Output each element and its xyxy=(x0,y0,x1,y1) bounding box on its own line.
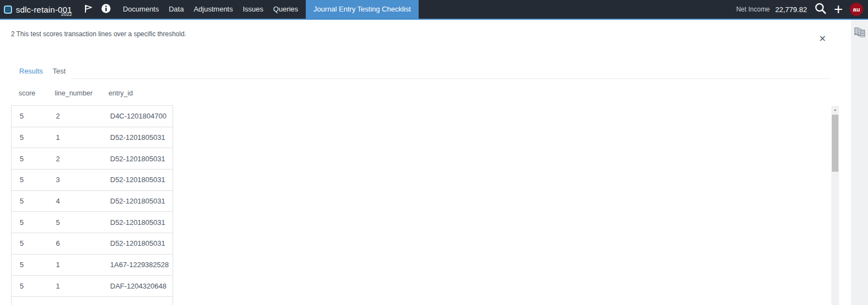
table-cell-line_number: 1 xyxy=(48,282,101,290)
table-cell-line_number: 2 xyxy=(48,112,101,120)
table-cell-entry_id: D52-1201805031 xyxy=(101,197,173,205)
table-cell-line_number: 1 xyxy=(48,261,101,269)
table-cell-entry_id: 1A67-1229382528 xyxy=(101,261,173,269)
table-cell-score: 5 xyxy=(12,112,48,120)
close-button[interactable]: ✕ xyxy=(817,33,828,44)
search-button[interactable] xyxy=(814,2,827,16)
engagement-year: 2022 xyxy=(61,12,72,17)
flag-button[interactable] xyxy=(84,4,94,15)
table-cell-score: 5 xyxy=(12,155,48,163)
nav-right-group: Net Income 22,779.82 + au xyxy=(736,2,868,16)
table-row[interactable]: 55D52-1201805031 xyxy=(12,212,173,233)
table-row[interactable]: 52D52-1201805031 xyxy=(12,148,173,170)
table-cell-score: 5 xyxy=(12,261,48,269)
flag-icon xyxy=(84,4,94,15)
table-cell-line_number: 6 xyxy=(48,239,101,247)
table-cell-line_number: 1 xyxy=(48,133,101,142)
add-button[interactable]: + xyxy=(834,3,843,15)
tab-results[interactable]: Results xyxy=(19,67,43,75)
nav-item-queries[interactable]: Queries xyxy=(269,0,304,19)
vertical-scrollbar[interactable]: ▲ xyxy=(831,106,839,305)
table-cell-line_number: 4 xyxy=(48,197,101,205)
info-icon xyxy=(101,3,111,15)
plus-icon: + xyxy=(834,3,843,15)
table-cell-line_number: 5 xyxy=(48,218,101,227)
table-cell-score: 5 xyxy=(12,282,48,290)
table-row[interactable]: 56D52-1201805031 xyxy=(12,233,173,255)
table-row[interactable]: 52D4C-1201804700 xyxy=(12,106,173,127)
table-cell-entry_id: DAF-1204320648 xyxy=(101,282,173,290)
net-income-value: 22,779.82 xyxy=(775,5,807,14)
table-row[interactable]: 54D52-1201805031 xyxy=(12,191,173,212)
table-cell-entry_id: D4C-1201804700 xyxy=(101,112,173,120)
tab-test[interactable]: Test xyxy=(53,67,66,75)
nav-item-documents[interactable]: Documents xyxy=(118,0,164,19)
scrollbar-up-button[interactable]: ▲ xyxy=(831,106,839,113)
table-cell-score: 5 xyxy=(12,197,48,205)
table-cell-score: 5 xyxy=(12,133,48,142)
tab-underline-divider xyxy=(71,78,831,79)
table-cell-entry_id: D52-1201805031 xyxy=(101,239,173,247)
top-nav: sdlc-retain-001 2022 Documents Data Adju… xyxy=(0,0,868,20)
search-icon xyxy=(814,2,827,16)
table-row[interactable]: 511A67-1229382528 xyxy=(12,255,173,276)
column-header-entry-id[interactable]: entry_id xyxy=(101,89,173,97)
nav-menu: Documents Data Adjustments Issues Querie… xyxy=(118,0,418,19)
table-row-partial[interactable] xyxy=(12,297,173,305)
column-header-line-number[interactable]: line_number xyxy=(47,89,101,97)
nav-item-data[interactable]: Data xyxy=(164,0,189,19)
results-table: score line_number entry_id 52D4C-1201804… xyxy=(11,89,173,305)
engagement-switcher[interactable]: sdlc-retain-001 2022 xyxy=(0,0,72,19)
nav-tab-journal-entry-testing-checklist[interactable]: Journal Entry Testing Checklist xyxy=(306,0,419,19)
scroll-up-icon: ▲ xyxy=(833,108,837,111)
table-row[interactable]: 53D52-1201805031 xyxy=(12,170,173,191)
table-cell-score: 5 xyxy=(12,239,48,247)
table-cell-score: 5 xyxy=(12,218,48,227)
right-rail xyxy=(851,20,868,305)
table-cell-entry_id: D52-1201805031 xyxy=(101,133,173,142)
table-row[interactable]: 51D52-1201805031 xyxy=(12,127,173,149)
table-cell-line_number: 2 xyxy=(48,155,101,163)
user-avatar[interactable]: au xyxy=(850,3,863,16)
app-logo-icon xyxy=(4,5,12,14)
info-button[interactable] xyxy=(101,3,111,15)
net-income-label: Net Income xyxy=(736,5,769,13)
scrollbar-thumb[interactable] xyxy=(832,115,838,172)
table-cell-entry_id: D52-1201805031 xyxy=(101,176,173,184)
data-tables-icon xyxy=(853,33,867,41)
table-cell-entry_id: D52-1201805031 xyxy=(101,218,173,227)
close-icon: ✕ xyxy=(819,33,826,44)
nav-item-issues[interactable]: Issues xyxy=(238,0,269,19)
nav-item-adjustments[interactable]: Adjustments xyxy=(189,0,238,19)
data-tables-button[interactable] xyxy=(853,25,867,41)
table-row[interactable]: 51DAF-1204320648 xyxy=(12,276,173,297)
results-table-body: 52D4C-120180470051D52-120180503152D52-12… xyxy=(11,105,173,305)
table-cell-line_number: 3 xyxy=(48,176,101,184)
results-table-header: score line_number entry_id xyxy=(11,89,173,105)
column-header-score[interactable]: score xyxy=(11,89,47,97)
table-cell-score: 5 xyxy=(12,176,48,184)
test-description: 2 This test scores transaction lines ove… xyxy=(11,30,186,38)
table-cell-entry_id: D52-1201805031 xyxy=(101,155,173,163)
